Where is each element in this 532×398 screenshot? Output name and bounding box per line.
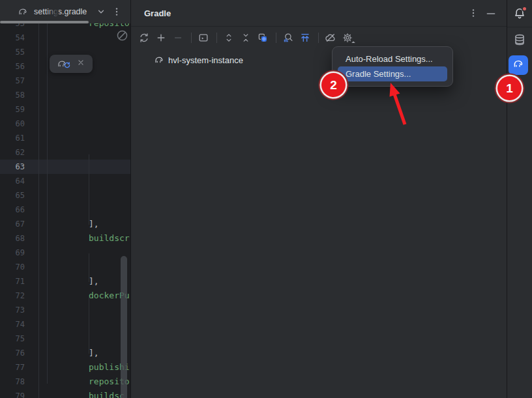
badge-2-number: 2 (330, 78, 337, 92)
editor-line[interactable]: 61 (0, 131, 130, 145)
editor-line[interactable]: 70 (0, 260, 130, 274)
code-text: ], (89, 274, 99, 289)
editor-line[interactable]: 78reposito (0, 375, 130, 389)
line-number: 64 (0, 174, 25, 188)
editor-line[interactable]: 54 (0, 31, 130, 45)
toolbar-separator (191, 33, 192, 43)
load-gradle-changes-widget (50, 55, 93, 73)
line-number: 65 (0, 188, 25, 203)
editor-line[interactable]: 59 (0, 102, 130, 117)
load-gradle-changes-button[interactable] (57, 59, 68, 69)
menu-item-gradle-settings[interactable]: Gradle Settings... (338, 66, 447, 81)
link-gradle-project-icon[interactable] (153, 30, 169, 46)
tab-title-fade (46, 0, 59, 23)
editor-line[interactable]: 58 (0, 88, 130, 102)
gradle-settings-gear-icon[interactable] (340, 30, 355, 46)
dropdown-corner-icon (351, 41, 355, 45)
editor-line[interactable]: 64 (0, 174, 130, 188)
database-icon[interactable] (513, 33, 526, 46)
editor-line[interactable]: 76], (0, 346, 130, 360)
editor-line[interactable]: 67], (0, 217, 130, 231)
tab-options-kebab-icon[interactable] (111, 7, 122, 17)
editor-line[interactable]: 75 (0, 332, 130, 346)
editor-line[interactable]: 79buildsc (0, 389, 130, 398)
collapse-all-icon[interactable] (238, 30, 254, 46)
gradle-toolbar (131, 27, 507, 48)
unlink-gradle-project-icon (170, 30, 186, 46)
notifications-bell-icon[interactable] (513, 7, 526, 20)
sync-arrows-icon (64, 59, 70, 71)
editor-line[interactable]: 77publishi (0, 360, 130, 375)
editor-line[interactable]: 68buildscr (0, 231, 130, 246)
line-number: 61 (0, 131, 25, 145)
line-number: 54 (0, 31, 25, 45)
gradle-project-label: hvl-system-instance (168, 55, 243, 65)
reload-all-gradle-projects-icon[interactable] (136, 30, 152, 46)
editor-line[interactable]: 62 (0, 145, 130, 160)
editor-line[interactable]: 60 (0, 117, 130, 131)
editor-line[interactable]: 71], (0, 274, 130, 289)
editor-line[interactable]: 72dockerPu (0, 289, 130, 303)
line-number: 77 (0, 360, 25, 375)
line-number: 57 (0, 74, 25, 88)
line-number: 71 (0, 274, 25, 289)
execute-gradle-task-icon[interactable] (196, 30, 211, 46)
toolbar-separator (318, 33, 319, 43)
toolbar-separator (276, 33, 276, 43)
line-number: 58 (0, 88, 25, 102)
editor-pane: 53reposito5455565758596061626364656667],… (0, 0, 130, 398)
annotation-badge-1: 1 (497, 76, 522, 100)
show-source-sets-icon[interactable] (297, 30, 313, 46)
code-text: buildsc (89, 389, 125, 398)
line-number: 79 (0, 389, 25, 398)
dependency-analyzer-icon[interactable] (280, 30, 296, 46)
editor-line[interactable]: 65 (0, 188, 130, 203)
hide-panel-button[interactable] (485, 8, 497, 20)
notification-dot (522, 6, 527, 12)
gradle-toolwindow-button[interactable] (509, 55, 528, 75)
editor-line[interactable]: 74 (0, 317, 130, 332)
gradle-tool-window: Gradle hvl-system-instance Auto-Reload S… (130, 0, 507, 398)
gradle-header: Gradle (131, 0, 507, 27)
toggle-offline-mode-icon[interactable] (323, 30, 338, 46)
code-text: ], (89, 346, 99, 360)
line-number: 74 (0, 317, 25, 332)
editor-line[interactable]: 73 (0, 303, 130, 317)
indent-guide (47, 23, 48, 384)
tab-settings-gradle[interactable]: settings.gradle (h (0, 0, 95, 23)
menu-item-auto-reload-settings[interactable]: Auto-Reload Settings... (338, 51, 447, 66)
panel-title: Gradle (144, 0, 171, 27)
gutter-separator (38, 23, 39, 398)
line-number: 63 (0, 160, 25, 174)
code-text: ], (89, 217, 99, 231)
line-number: 76 (0, 346, 25, 360)
stripe-divider (507, 27, 532, 27)
line-number: 70 (0, 260, 25, 274)
ide-window: 53reposito5455565758596061626364656667],… (0, 0, 532, 398)
line-number: 72 (0, 289, 25, 303)
indent-guide (89, 154, 89, 225)
badge-1-number: 1 (506, 81, 513, 96)
gradle-project-icon (154, 55, 164, 65)
annotation-badge-2: 2 (321, 73, 346, 97)
line-number: 78 (0, 375, 25, 389)
editor-line[interactable]: 69 (0, 246, 130, 260)
editor-line[interactable]: 63 (0, 160, 130, 174)
line-number: 75 (0, 332, 25, 346)
gradle-file-icon (18, 7, 28, 17)
chevron-down-icon[interactable] (96, 7, 106, 17)
panel-options-kebab-icon[interactable] (468, 8, 479, 18)
editor-tab-bar: settings.gradle (h (0, 0, 130, 23)
dismiss-widget-button[interactable] (76, 58, 85, 70)
line-number: 55 (0, 45, 25, 59)
line-number: 68 (0, 231, 25, 246)
editor-line[interactable]: 57 (0, 74, 130, 88)
group-modules-icon[interactable] (255, 30, 271, 46)
editor-scrollbar[interactable] (121, 256, 127, 398)
line-number: 56 (0, 59, 25, 74)
no-inspections-icon[interactable] (116, 29, 128, 42)
editor-line[interactable]: 66 (0, 203, 130, 217)
expand-all-icon[interactable] (221, 30, 237, 46)
line-number: 67 (0, 217, 25, 231)
line-number: 59 (0, 102, 25, 117)
